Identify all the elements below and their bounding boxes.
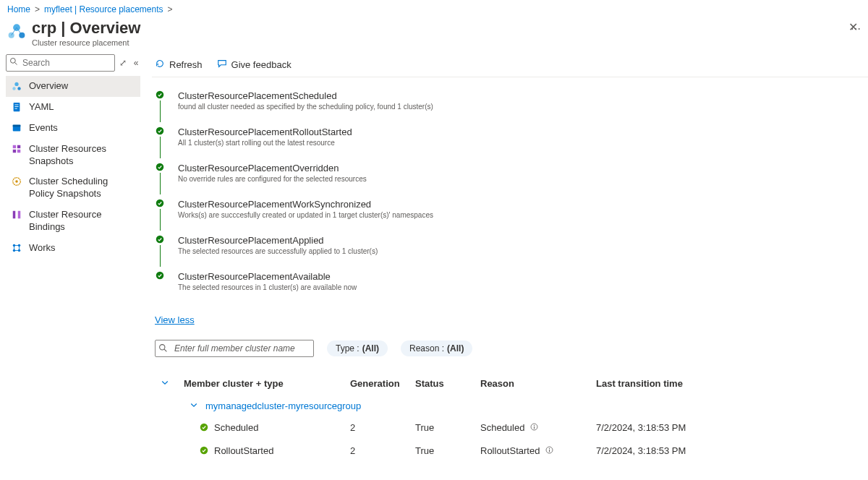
filter-pill-type[interactable]: Type : (All) bbox=[327, 340, 388, 356]
success-icon bbox=[200, 446, 208, 455]
svg-point-40 bbox=[549, 447, 550, 448]
resource-icon bbox=[7, 22, 26, 40]
success-icon bbox=[156, 127, 164, 135]
row-time: 7/2/2024, 3:18:53 PM bbox=[596, 422, 741, 433]
timeline-desc: Works(s) are succcesfully created or upd… bbox=[178, 211, 433, 219]
row-status: True bbox=[415, 422, 480, 433]
breadcrumb-home[interactable]: Home bbox=[7, 4, 30, 14]
svg-point-3 bbox=[11, 59, 16, 64]
svg-point-30 bbox=[156, 236, 164, 244]
info-icon[interactable] bbox=[545, 445, 553, 456]
svg-rect-16 bbox=[13, 150, 16, 153]
timeline-connector bbox=[160, 100, 161, 122]
close-icon[interactable]: ✕ bbox=[848, 20, 858, 34]
filter-pill-reason[interactable]: Reason : (All) bbox=[401, 340, 472, 356]
chevron-down-icon[interactable] bbox=[190, 400, 198, 411]
svg-point-28 bbox=[156, 163, 164, 171]
refresh-icon bbox=[155, 59, 165, 71]
expand-icon[interactable]: ⤢ bbox=[119, 58, 128, 68]
timeline-desc: The selected resources are successfully … bbox=[178, 247, 378, 255]
col-header-status[interactable]: Status bbox=[415, 378, 480, 389]
svg-point-26 bbox=[156, 91, 164, 99]
timeline-connector bbox=[160, 173, 161, 194]
sidebar-item-label: Overview bbox=[29, 80, 68, 93]
file-icon bbox=[12, 102, 22, 112]
sidebar-item-resource-snapshots[interactable]: Cluster Resources Snapshots bbox=[6, 139, 140, 172]
timeline-title: ClusterResourcePlacementOverridden bbox=[178, 163, 367, 173]
timeline-desc: All 1 cluster(s) start rolling out the l… bbox=[178, 139, 352, 147]
col-header-time[interactable]: Last transition time bbox=[596, 378, 741, 389]
sidebar-search-input[interactable] bbox=[6, 54, 115, 72]
toolbar-label: Refresh bbox=[169, 59, 203, 70]
timeline-desc: No override rules are configured for the… bbox=[178, 175, 367, 183]
sidebar-item-scheduling-snapshots[interactable]: Cluster Scheduling Policy Snapshots bbox=[6, 171, 140, 205]
status-timeline: ClusterResourcePlacementScheduled found … bbox=[152, 77, 868, 307]
col-header-member[interactable]: Member cluster + type bbox=[184, 378, 350, 389]
view-less-link[interactable]: View less bbox=[155, 314, 195, 325]
svg-rect-37 bbox=[534, 426, 535, 428]
search-icon bbox=[158, 343, 168, 355]
svg-point-29 bbox=[156, 200, 164, 207]
timeline-connector bbox=[160, 209, 161, 231]
main-content: Refresh Give feedback ClusterResourcePla… bbox=[143, 53, 868, 480]
svg-rect-21 bbox=[18, 211, 21, 219]
pill-label: Reason : bbox=[409, 343, 444, 353]
timeline-connector bbox=[160, 137, 161, 158]
svg-point-5 bbox=[14, 82, 18, 86]
row-status: True bbox=[415, 445, 480, 456]
svg-rect-11 bbox=[14, 108, 17, 109]
svg-point-36 bbox=[534, 424, 535, 425]
cluster-group-row[interactable]: mymanagedcluster-myresourcegroup bbox=[155, 396, 865, 416]
timeline-item: ClusterResourcePlacementApplied The sele… bbox=[155, 235, 865, 271]
sidebar-item-label: Cluster Resources Snapshots bbox=[29, 143, 135, 168]
results-table: Member cluster + type Generation Status … bbox=[152, 370, 868, 462]
feedback-icon bbox=[217, 59, 227, 71]
row-generation: 2 bbox=[350, 422, 415, 433]
collapse-icon[interactable]: « bbox=[132, 58, 140, 68]
success-icon bbox=[156, 163, 164, 171]
sidebar-item-label: Events bbox=[29, 122, 58, 134]
row-type: Scheduled bbox=[214, 422, 258, 433]
sidebar-item-events[interactable]: Events bbox=[6, 118, 140, 139]
chevron-down-icon[interactable] bbox=[161, 378, 169, 389]
svg-point-31 bbox=[156, 272, 164, 280]
sidebar-item-yaml[interactable]: YAML bbox=[6, 97, 140, 118]
feedback-button[interactable]: Give feedback bbox=[217, 59, 292, 71]
timeline-desc: The selected resources in 1 cluster(s) a… bbox=[178, 283, 357, 291]
chevron-right-icon: > bbox=[168, 4, 173, 14]
svg-rect-9 bbox=[14, 104, 18, 105]
bindings-icon bbox=[12, 210, 22, 220]
pill-value: (All) bbox=[447, 343, 464, 353]
svg-line-4 bbox=[15, 63, 17, 65]
timeline-desc: found all cluster needed as specified by… bbox=[178, 103, 433, 111]
chevron-right-icon: > bbox=[35, 4, 40, 14]
timeline-item: ClusterResourcePlacementAvailable The se… bbox=[155, 271, 865, 307]
col-header-generation[interactable]: Generation bbox=[350, 378, 415, 389]
success-icon bbox=[156, 235, 164, 244]
breadcrumb-fleet[interactable]: myfleet | Resource placements bbox=[44, 4, 163, 14]
col-header-reason[interactable]: Reason bbox=[480, 378, 596, 389]
svg-point-38 bbox=[200, 447, 208, 455]
snapshot-icon bbox=[12, 144, 22, 154]
refresh-button[interactable]: Refresh bbox=[155, 59, 203, 71]
page-header: crp | Overview Cluster resource placemen… bbox=[0, 16, 868, 53]
table-row: RolloutStarted 2 True RolloutStarted 7/2… bbox=[155, 439, 865, 462]
info-icon[interactable] bbox=[530, 422, 538, 433]
cluster-link[interactable]: mymanagedcluster-myresourcegroup bbox=[205, 400, 361, 411]
sidebar-item-overview[interactable]: Overview bbox=[6, 76, 140, 97]
sidebar-item-bindings[interactable]: Cluster Resource Bindings bbox=[6, 205, 140, 238]
svg-rect-13 bbox=[13, 124, 21, 127]
member-search-input[interactable] bbox=[155, 340, 314, 357]
toolbar: Refresh Give feedback bbox=[152, 53, 868, 77]
sidebar-item-label: YAML bbox=[29, 101, 54, 113]
svg-rect-20 bbox=[13, 211, 16, 219]
svg-rect-10 bbox=[14, 106, 18, 107]
sidebar-item-label: Cluster Resource Bindings bbox=[29, 209, 135, 233]
filter-row: Type : (All) Reason : (All) bbox=[152, 340, 868, 370]
sidebar-item-works[interactable]: Works bbox=[6, 238, 140, 259]
sidebar-item-label: Cluster Scheduling Policy Snapshots bbox=[29, 176, 135, 200]
svg-point-34 bbox=[200, 424, 208, 432]
page-title: crp | Overview bbox=[32, 19, 839, 38]
row-type: RolloutStarted bbox=[214, 445, 273, 456]
timeline-title: ClusterResourcePlacementWorkSynchronized bbox=[178, 199, 433, 210]
